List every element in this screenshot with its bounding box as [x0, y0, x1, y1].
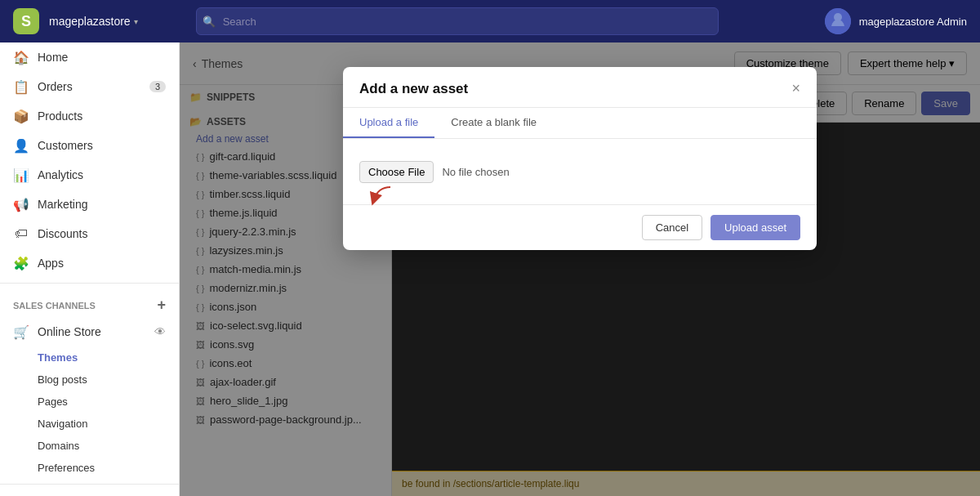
- online-store-icon: 🛒: [13, 324, 29, 340]
- eye-icon[interactable]: 👁: [154, 325, 166, 338]
- sidebar-item-home[interactable]: 🏠 Home: [0, 42, 179, 72]
- admin-label: mageplazastore Admin: [859, 16, 967, 28]
- tab-upload-file[interactable]: Upload a file: [343, 108, 434, 138]
- sidebar-item-analytics[interactable]: 📊 Analytics: [0, 160, 179, 190]
- sidebar-sub-item-pages[interactable]: Pages: [0, 391, 179, 413]
- sidebar-item-customers[interactable]: 👤 Customers: [0, 131, 179, 160]
- upload-asset-button[interactable]: Upload asset: [710, 215, 800, 240]
- add-asset-modal: Add a new asset × Upload a file Create a…: [343, 67, 817, 250]
- modal-overlay: Add a new asset × Upload a file Create a…: [180, 42, 980, 496]
- chevron-down-icon: ▾: [134, 17, 138, 26]
- sidebar: 🏠 Home 📋 Orders 3 📦 Products 👤 Customers…: [0, 42, 180, 496]
- sidebar-sub-item-preferences[interactable]: Preferences: [0, 457, 179, 479]
- customers-icon: 👤: [13, 137, 29, 154]
- main-layout: 🏠 Home 📋 Orders 3 📦 Products 👤 Customers…: [0, 42, 980, 496]
- home-icon: 🏠: [13, 49, 29, 65]
- cancel-button[interactable]: Cancel: [642, 215, 702, 240]
- sidebar-item-discounts[interactable]: 🏷 Discounts: [0, 219, 179, 248]
- products-icon: 📦: [13, 108, 29, 124]
- content-area: ‹ Themes Customize theme Expert theme he…: [180, 42, 980, 496]
- modal-body: Choose File No file chosen: [343, 139, 817, 204]
- sidebar-item-marketing[interactable]: 📢 Marketing: [0, 190, 179, 219]
- discounts-icon: 🏷: [13, 226, 29, 242]
- sidebar-sub-item-navigation[interactable]: Navigation: [0, 413, 179, 435]
- add-sales-channel-button[interactable]: +: [157, 297, 166, 314]
- sidebar-item-orders[interactable]: 📋 Orders 3: [0, 72, 179, 101]
- badge-orders: 3: [149, 81, 166, 92]
- search-icon: 🔍: [203, 16, 216, 28]
- search-bar: 🔍: [196, 7, 719, 35]
- analytics-icon: 📊: [13, 167, 29, 183]
- sidebar-sub-item-domains[interactable]: Domains: [0, 435, 179, 457]
- sales-channels-section: SALES CHANNELS +: [0, 288, 179, 317]
- no-file-text: No file chosen: [442, 166, 509, 178]
- top-nav-right: mageplazastore Admin: [825, 8, 967, 34]
- arrow-indicator: [366, 183, 399, 208]
- sidebar-sub-item-blog-posts[interactable]: Blog posts: [0, 369, 179, 391]
- sidebar-item-apps[interactable]: 🧩 Apps: [0, 248, 179, 278]
- modal-footer: Cancel Upload asset: [343, 204, 817, 250]
- sidebar-item-products[interactable]: 📦 Products: [0, 101, 179, 131]
- search-input[interactable]: [196, 7, 719, 35]
- modal-tabs: Upload a file Create a blank file: [343, 108, 817, 139]
- store-name: mageplazastore: [49, 15, 131, 28]
- top-navigation: S mageplazastore ▾ 🔍 mageplazastore Admi…: [0, 0, 980, 42]
- sidebar-sub-item-themes[interactable]: Themes: [0, 346, 179, 369]
- avatar[interactable]: [825, 8, 851, 34]
- sidebar-item-point-of-sale[interactable]: 🏪 Point of Sale: [0, 489, 179, 496]
- modal-title: Add a new asset: [359, 81, 468, 97]
- modal-header: Add a new asset ×: [343, 67, 817, 108]
- apps-icon: 🧩: [13, 255, 29, 271]
- modal-close-button[interactable]: ×: [791, 80, 800, 97]
- choose-file-button[interactable]: Choose File: [359, 161, 434, 183]
- store-switcher[interactable]: mageplazastore ▾: [49, 15, 138, 28]
- tab-create-blank-file[interactable]: Create a blank file: [434, 108, 553, 138]
- shopify-logo: S: [13, 8, 39, 34]
- marketing-icon: 📢: [13, 196, 29, 212]
- svg-point-1: [834, 13, 842, 21]
- orders-icon: 📋: [13, 78, 29, 95]
- sidebar-item-online-store[interactable]: 🛒 Online Store 👁: [0, 317, 179, 346]
